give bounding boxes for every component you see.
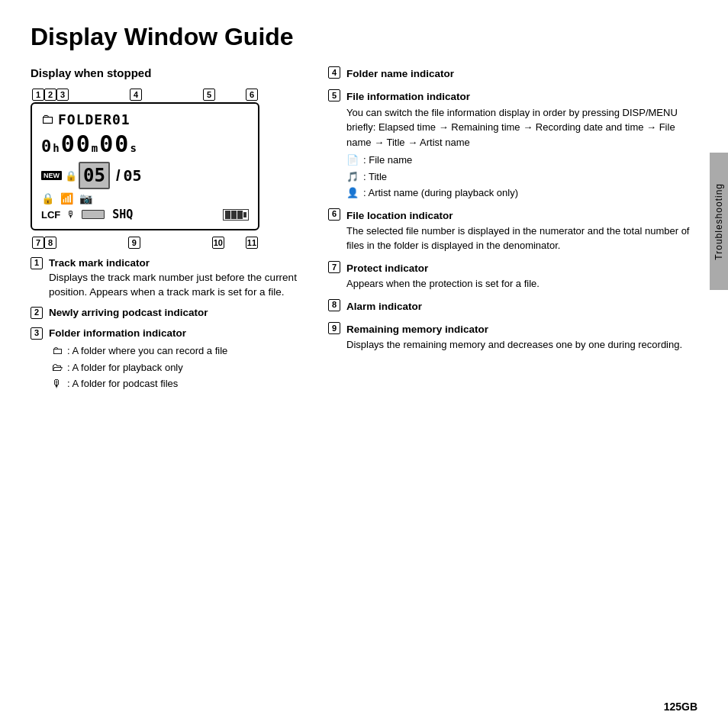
indicator-7-title: Protect indicator: [346, 261, 428, 276]
indicator-1-title: Track mark indicator: [49, 257, 150, 269]
battery-seg-1: [225, 211, 230, 219]
track-display: 05: [79, 162, 110, 189]
title-icon-text: : Title: [363, 169, 387, 185]
title-icon: 🎵: [346, 169, 359, 185]
indicator-8-title: Alarm indicator: [346, 299, 422, 314]
file-icon: 📄: [346, 153, 359, 168]
indicator-4-title: Folder name indicator: [346, 66, 454, 82]
label-2: 2: [44, 89, 56, 101]
right-column: 4 Folder name indicator 5 File informati…: [328, 66, 697, 399]
file-loc-display: 05: [123, 166, 141, 185]
bottom-labels-row: 7 8 9 10 11: [31, 237, 259, 249]
camera-icon: 📷: [79, 192, 92, 205]
lcf-label: LCF: [41, 209, 60, 221]
indicator-4: 4 Folder name indicator: [328, 66, 697, 82]
indicator-9-body: Displays the remaining memory and decrea…: [346, 337, 697, 353]
indicator-8: 8 Alarm indicator: [328, 299, 697, 314]
folder-icon: 🗀: [41, 111, 55, 127]
screen-row-lcf: LCF 🎙 SHQ: [41, 208, 249, 221]
section-title: Display when stopped: [31, 66, 305, 79]
left-indicators-list: 1 Track mark indicator Displays the trac…: [31, 256, 305, 393]
tape-icon: [82, 210, 105, 219]
file-icon-text: : File name: [363, 153, 412, 168]
screen-row-track: NEW 🔒 05 / 05: [41, 162, 249, 189]
indicator-7: 7 Protect indicator Appears when the pro…: [328, 261, 697, 292]
label-5: 5: [203, 89, 215, 101]
device-diagram: 1 2 3 4 5 6 🗀 FOLDER01: [31, 89, 259, 249]
battery-icon: [223, 209, 249, 221]
label-10: 10: [212, 237, 224, 249]
indicator-5-body: You can switch the file information disp…: [346, 105, 697, 201]
label-3: 3: [56, 89, 69, 101]
mic-icon: 🎙: [66, 209, 76, 220]
top-labels-row: 1 2 3 4 5 6: [31, 89, 259, 101]
screen-row-time: 0h00m00s: [41, 130, 249, 157]
indicator-9: 9 Remaining memory indicator Displays th…: [328, 322, 697, 353]
folder-name-display: FOLDER01: [58, 111, 130, 127]
artist-icon: 👤: [346, 185, 359, 201]
label-11: 11: [246, 237, 258, 249]
battery-seg-2: [231, 211, 237, 219]
label-9: 9: [128, 237, 140, 249]
indicator-5: 5 File information indicator You can swi…: [328, 89, 697, 200]
folder-sub-3: 🎙 : A folder for podcast files: [52, 377, 227, 392]
file-info-icons: 📄 : File name 🎵 : Title 👤 : Artist name …: [346, 153, 697, 201]
folder-sub-2-text: : A folder for playback only: [67, 361, 183, 375]
indicator-9-title: Remaining memory indicator: [346, 322, 488, 337]
device-screen: 🗀 FOLDER01 0h00m00s NEW 🔒 05 /: [31, 102, 259, 230]
folder-sub-1: 🗀 : A folder where you can record a file: [52, 343, 227, 359]
label-7: 7: [32, 237, 44, 249]
left-column: Display when stopped 1 2 3 4 5 6: [31, 66, 305, 399]
wireless-icon: 📶: [60, 192, 73, 205]
indicator-3: 3 Folder information indicator 🗀 : A fol…: [31, 327, 305, 394]
screen-row-icons: 🔒 📶 📷: [41, 192, 249, 205]
indicator-1-body: Displays the track mark number just befo…: [49, 272, 297, 298]
folder-podcast-icon: 🎙: [52, 377, 63, 392]
indicator-6-title: File location indicator: [346, 208, 453, 224]
folder-record-icon: 🗀: [52, 343, 63, 359]
file-icon-row: 📄 : File name: [346, 153, 697, 168]
label-8: 8: [44, 237, 56, 249]
new-badge: NEW: [41, 171, 62, 180]
battery-seg-3: [237, 211, 243, 219]
indicator-2: 2 Newly arriving podcast indicator: [31, 306, 305, 321]
label-1: 1: [32, 89, 44, 101]
sidebar-label-text: Troubleshooting: [714, 183, 724, 260]
protect-icon: 🔒: [41, 192, 54, 205]
time-display: 0h00m00s: [41, 130, 138, 157]
page-title: Display Window Guide: [31, 23, 697, 51]
indicator-2-title: Newly arriving podcast indicator: [49, 307, 208, 318]
folder-sub-2: 🗁 : A folder for playback only: [52, 360, 227, 375]
indicator-6: 6 File location indicator The selected f…: [328, 208, 697, 253]
title-icon-row: 🎵 : Title: [346, 169, 697, 185]
indicator-3-title: Folder information indicator: [49, 327, 186, 339]
battery-tip: [243, 212, 246, 217]
content-area: Display when stopped 1 2 3 4 5 6: [31, 66, 697, 399]
indicator-6-body: The selected file number is displayed in…: [346, 224, 697, 253]
shq-label: SHQ: [112, 208, 133, 221]
folder-sub-3-text: : A folder for podcast files: [67, 377, 178, 391]
indicator-1: 1 Track mark indicator Displays the trac…: [31, 256, 305, 300]
troubleshooting-sidebar: Troubleshooting: [710, 153, 728, 290]
folder-info-sublist: 🗀 : A folder where you can record a file…: [52, 343, 227, 391]
page-number: 125GB: [664, 701, 697, 713]
artist-icon-row: 👤 : Artist name (during playback only): [346, 185, 697, 201]
folder-playback-icon: 🗁: [52, 360, 63, 375]
label-4: 4: [130, 89, 142, 101]
indicator-7-body: Appears when the protection is set for a…: [346, 276, 697, 292]
screen-row-folder: 🗀 FOLDER01: [41, 111, 249, 127]
label-6: 6: [246, 89, 258, 101]
folder-sub-1-text: : A folder where you can record a file: [67, 344, 227, 358]
page: Display Window Guide Display when stoppe…: [0, 0, 728, 728]
indicator-5-title: File information indicator: [346, 89, 470, 105]
artist-icon-text: : Artist name (during playback only): [363, 185, 518, 201]
